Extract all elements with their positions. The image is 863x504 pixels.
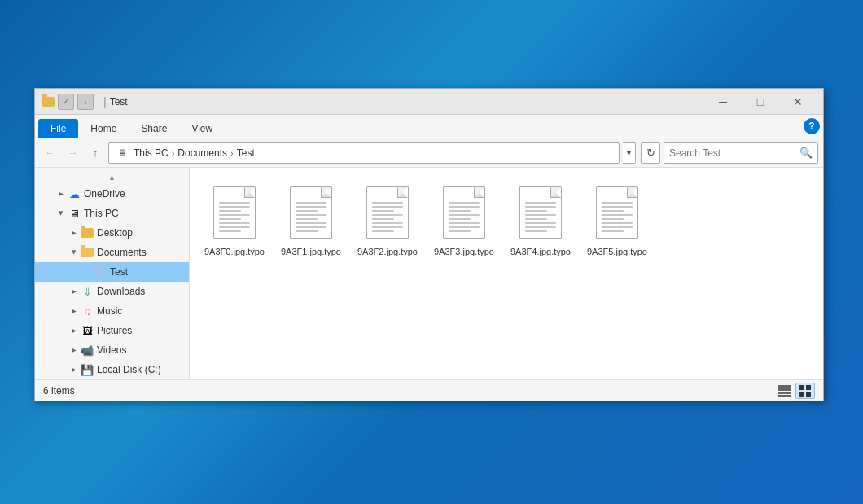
title-separator: | [103, 95, 107, 108]
path-sep-2: › [230, 148, 234, 158]
sidebar-item-pictures[interactable]: ► 🖼 Pictures [35, 321, 189, 340]
search-input[interactable] [669, 147, 799, 159]
path-documents[interactable]: Documents [177, 147, 227, 159]
title-bar: ✓ ↓ | Test ─ □ ✕ [35, 89, 823, 115]
tab-share[interactable]: Share [129, 119, 179, 138]
doc-icon-3 [443, 186, 485, 239]
test-label: Test [110, 266, 128, 278]
sidebar-item-documents[interactable]: ► Documents [35, 243, 189, 262]
sidebar-item-local-disk[interactable]: ► 💾 Local Disk (C:) [35, 360, 189, 379]
tab-view[interactable]: View [179, 119, 225, 138]
file-item-2[interactable]: 9A3F2.jpg.typo [351, 176, 424, 264]
local-disk-icon: 💾 [81, 363, 94, 376]
file-icon-0 [208, 182, 261, 243]
file-item-4[interactable]: 9A3F4.jpg.typo [504, 176, 577, 264]
sidebar-item-onedrive[interactable]: ► ☁ OneDrive [35, 184, 189, 204]
close-button[interactable]: ✕ [779, 89, 817, 115]
onedrive-label: OneDrive [84, 188, 125, 199]
refresh-button[interactable]: ↻ [641, 142, 660, 164]
path-sep-1: › [172, 148, 175, 158]
list-view-button[interactable] [774, 383, 794, 399]
grid-view-button[interactable] [795, 383, 815, 399]
videos-label: Videos [97, 344, 126, 356]
this-pc-expand-arrow: ► [55, 207, 68, 220]
documents-label: Documents [97, 247, 147, 258]
sidebar-item-this-pc[interactable]: ► 🖥 This PC [35, 204, 189, 223]
quick-access-button-2[interactable]: ↓ [77, 94, 94, 110]
svg-rect-5 [806, 385, 811, 390]
file-view: 9A3F0.jpg.typo [190, 168, 823, 379]
address-path[interactable]: 🖥 This PC › Documents › Test [108, 142, 620, 164]
file-name-5: 9A3F5.jpg.typo [587, 246, 647, 257]
tab-file[interactable]: File [38, 119, 78, 138]
doc-icon-4 [519, 186, 562, 239]
desktop-folder-icon [81, 226, 94, 239]
sidebar-item-desktop[interactable]: ► Desktop [35, 223, 189, 243]
music-label: Music [97, 305, 122, 317]
music-expand-arrow: ► [68, 305, 81, 318]
file-name-4: 9A3F4.jpg.typo [510, 246, 571, 257]
file-item-5[interactable]: 9A3F5.jpg.typo [580, 176, 654, 264]
path-this-pc[interactable]: This PC [134, 147, 169, 159]
address-bar: ← → ↑ 🖥 This PC › Documents › Test ▼ ↻ 🔍 [35, 138, 823, 168]
maximize-button[interactable]: □ [742, 89, 779, 115]
file-icon-2 [361, 182, 414, 243]
folder-icon-titlebar [42, 95, 55, 108]
quick-access-button-1[interactable]: ✓ [58, 94, 74, 110]
window-title: Test [110, 96, 128, 107]
main-content: ▲ ► ☁ OneDrive ► 🖥 This PC ► Desktop [35, 168, 823, 379]
local-disk-label: Local Disk (C:) [97, 364, 161, 375]
sidebar-item-music[interactable]: ► ♫ Music [35, 301, 189, 321]
test-folder-icon [94, 265, 107, 278]
minimize-button[interactable]: ─ [704, 89, 742, 115]
file-item-1[interactable]: 9A3F1.jpg.typo [274, 176, 348, 264]
file-name-2: 9A3F2.jpg.typo [357, 246, 418, 257]
videos-expand-arrow: ► [68, 344, 81, 357]
tab-home[interactable]: Home [78, 119, 129, 138]
documents-expand-arrow: ► [68, 246, 81, 259]
status-bar: 6 items [35, 379, 823, 401]
file-icon-4 [515, 182, 567, 243]
title-bar-icons: ✓ ↓ [42, 94, 94, 110]
file-name-0: 9A3F0.jpg.typo [204, 246, 265, 257]
documents-folder-icon [81, 246, 94, 259]
ribbon: File Home Share View ? [35, 115, 823, 138]
pictures-label: Pictures [97, 325, 132, 336]
svg-rect-1 [778, 388, 791, 391]
sidebar-item-test[interactable]: ► Test [35, 262, 189, 282]
file-item-3[interactable]: 9A3F3.jpg.typo [427, 176, 501, 264]
file-item-0[interactable]: 9A3F0.jpg.typo [198, 176, 271, 264]
search-icon[interactable]: 🔍 [799, 147, 813, 159]
file-name-3: 9A3F3.jpg.typo [434, 246, 494, 257]
status-item-count: 6 items [43, 385, 774, 397]
file-icon-1 [285, 182, 337, 243]
path-test[interactable]: Test [237, 147, 255, 159]
svg-rect-3 [778, 395, 791, 397]
ribbon-tabs: File Home Share View ? [35, 115, 823, 138]
svg-rect-7 [806, 392, 811, 397]
desktop-expand-arrow: ► [68, 226, 81, 239]
explorer-window: ✓ ↓ | Test ─ □ ✕ File Home Share View ? … [34, 88, 824, 401]
desktop-label: Desktop [97, 227, 133, 239]
pictures-icon: 🖼 [81, 324, 94, 337]
local-disk-expand-arrow: ► [68, 363, 81, 376]
svg-rect-4 [799, 385, 804, 390]
file-icon-3 [438, 182, 490, 243]
onedrive-icon: ☁ [68, 187, 81, 200]
doc-icon-0 [213, 186, 256, 239]
file-icon-5 [591, 182, 643, 243]
help-button[interactable]: ? [804, 118, 820, 134]
sidebar-scroll-up[interactable]: ▲ [35, 171, 189, 184]
file-name-1: 9A3F1.jpg.typo [281, 246, 341, 257]
downloads-label: Downloads [97, 286, 145, 297]
search-box[interactable]: 🔍 [664, 142, 818, 164]
doc-icon-2 [366, 186, 409, 239]
path-dropdown[interactable]: ▼ [623, 142, 636, 164]
back-button[interactable]: ← [40, 143, 59, 163]
up-button[interactable]: ↑ [85, 143, 105, 163]
pictures-expand-arrow: ► [68, 324, 81, 337]
sidebar-item-downloads[interactable]: ► ⇓ Downloads [35, 282, 189, 301]
forward-button[interactable]: → [63, 143, 82, 163]
downloads-icon: ⇓ [81, 285, 94, 298]
sidebar-item-videos[interactable]: ► 📹 Videos [35, 340, 189, 360]
